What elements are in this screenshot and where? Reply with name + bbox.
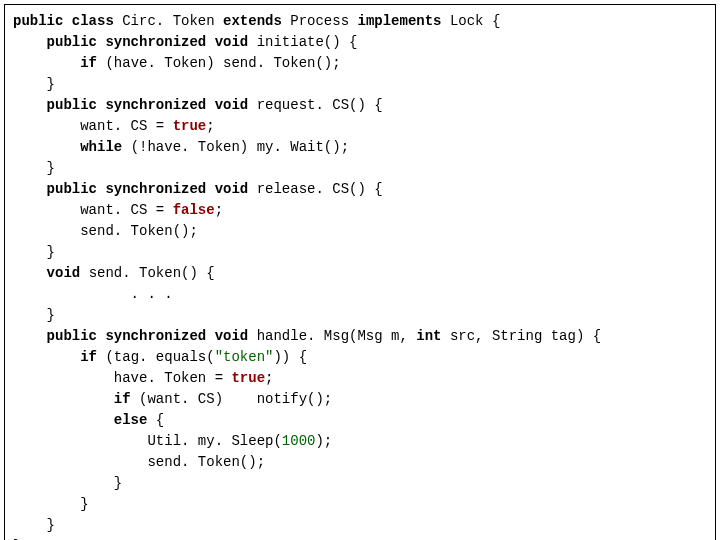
code-line: send. Token(); [13,221,707,242]
code-line: } [13,74,707,95]
code-line: } [13,536,707,540]
code-line: . . . [13,284,707,305]
code-line: } [13,494,707,515]
code-line: have. Token = true; [13,368,707,389]
code-line: want. CS = true; [13,116,707,137]
code-line: } [13,242,707,263]
code-line: public synchronized void release. CS() { [13,179,707,200]
code-line: if (tag. equals("token")) { [13,347,707,368]
code-line: } [13,515,707,536]
code-line: if (have. Token) send. Token(); [13,53,707,74]
code-line: send. Token(); [13,452,707,473]
code-line: } [13,158,707,179]
code-line: void send. Token() { [13,263,707,284]
code-line: Util. my. Sleep(1000); [13,431,707,452]
code-line: public synchronized void initiate() { [13,32,707,53]
code-line: public class Circ. Token extends Process… [13,11,707,32]
code-line: } [13,473,707,494]
code-line: else { [13,410,707,431]
code-line: if (want. CS) notify(); [13,389,707,410]
code-line: } [13,305,707,326]
code-line: while (!have. Token) my. Wait(); [13,137,707,158]
code-line: public synchronized void request. CS() { [13,95,707,116]
code-block: public class Circ. Token extends Process… [4,4,716,540]
code-line: public synchronized void handle. Msg(Msg… [13,326,707,347]
code-line: want. CS = false; [13,200,707,221]
